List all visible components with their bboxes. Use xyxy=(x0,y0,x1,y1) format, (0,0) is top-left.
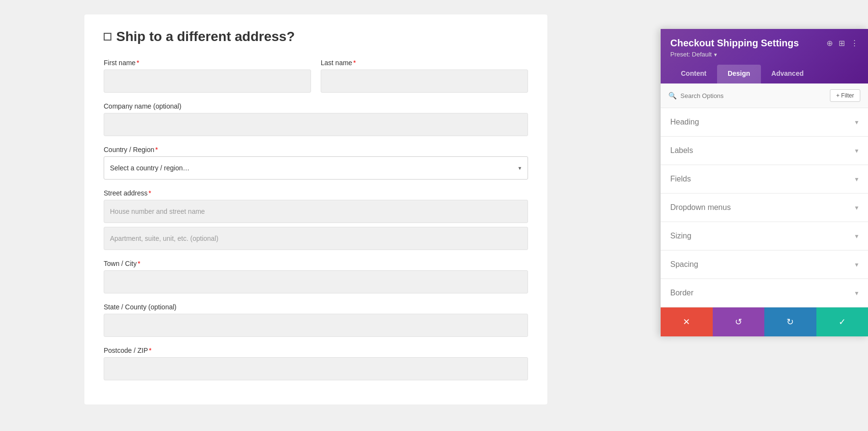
accordion-fields-label: Fields xyxy=(670,175,691,183)
required-star: * xyxy=(137,260,140,267)
accordion-labels-label: Labels xyxy=(670,146,693,155)
panel-icons: ⊕ ⊞ ⋮ xyxy=(827,39,858,48)
country-region-select[interactable]: Select a country / region… xyxy=(104,156,528,180)
last-name-label: Last name* xyxy=(321,59,528,67)
first-name-group: First name* xyxy=(104,59,311,93)
first-name-label: First name* xyxy=(104,59,311,67)
chevron-down-icon: ▾ xyxy=(855,147,858,154)
town-city-label: Town / City* xyxy=(104,260,528,267)
accordion-labels-header[interactable]: Labels ▾ xyxy=(661,137,868,165)
layout-icon[interactable]: ⊞ xyxy=(839,39,845,48)
accordion-sizing-header[interactable]: Sizing ▾ xyxy=(661,222,868,250)
save-button[interactable]: ✓ xyxy=(816,307,868,336)
last-name-input[interactable] xyxy=(321,70,528,93)
filter-button[interactable]: + Filter xyxy=(830,89,860,102)
target-icon[interactable]: ⊕ xyxy=(827,39,833,48)
street-address-row: Street address* xyxy=(104,189,528,250)
tab-design[interactable]: Design xyxy=(717,65,761,83)
state-county-group: State / County (optional) xyxy=(104,303,528,337)
tab-advanced[interactable]: Advanced xyxy=(761,65,814,83)
accordion-fields-header[interactable]: Fields ▾ xyxy=(661,165,868,193)
undo-button[interactable]: ↺ xyxy=(713,307,765,336)
chevron-down-icon: ▾ xyxy=(855,289,858,297)
accordion-sizing: Sizing ▾ xyxy=(661,222,868,250)
redo-button[interactable]: ↻ xyxy=(764,307,816,336)
accordion-sizing-label: Sizing xyxy=(670,232,692,240)
company-row: Company name (optional) xyxy=(104,102,528,136)
street-address-input-1[interactable] xyxy=(104,200,528,223)
accordion-labels: Labels ▾ xyxy=(661,137,868,165)
panel-preset[interactable]: Preset: Default xyxy=(670,51,858,58)
accordion-dropdown-menus-label: Dropdown menus xyxy=(670,203,731,212)
ship-title: Ship to a different address? xyxy=(116,29,295,44)
required-star: * xyxy=(353,59,355,67)
postcode-group: Postcode / ZIP* xyxy=(104,347,528,380)
company-name-input[interactable] xyxy=(104,113,528,136)
country-select-wrapper: Select a country / region… xyxy=(104,156,528,180)
accordion-dropdown-menus: Dropdown menus ▾ xyxy=(661,194,868,222)
form-card: Ship to a different address? First name*… xyxy=(84,14,547,404)
panel-search-row: 🔍 + Filter xyxy=(661,83,868,108)
panel-actions: ✕ ↺ ↻ ✓ xyxy=(661,307,868,336)
chevron-down-icon: ▾ xyxy=(855,118,858,126)
required-star: * xyxy=(155,146,158,153)
postcode-label: Postcode / ZIP* xyxy=(104,347,528,354)
town-city-row: Town / City* xyxy=(104,260,528,293)
postcode-input[interactable] xyxy=(104,357,528,380)
company-name-group: Company name (optional) xyxy=(104,102,528,136)
accordion-heading: Heading ▾ xyxy=(661,108,868,137)
name-row: First name* Last name* xyxy=(104,59,528,93)
last-name-group: Last name* xyxy=(321,59,528,93)
panel-title: Checkout Shipping Settings xyxy=(670,38,799,49)
accordion-border-header[interactable]: Border ▾ xyxy=(661,279,868,307)
accordion-border-label: Border xyxy=(670,289,693,297)
ship-heading: Ship to a different address? xyxy=(104,29,528,44)
cancel-button[interactable]: ✕ xyxy=(661,307,713,336)
required-star: * xyxy=(149,189,151,197)
more-icon[interactable]: ⋮ xyxy=(851,39,858,48)
required-star: * xyxy=(136,59,139,67)
panel-title-row: Checkout Shipping Settings ⊕ ⊞ ⋮ xyxy=(670,38,858,49)
chevron-down-icon: ▾ xyxy=(855,232,858,240)
street-address-group: Street address* xyxy=(104,189,528,250)
accordion-fields: Fields ▾ xyxy=(661,165,868,194)
tab-content[interactable]: Content xyxy=(670,65,717,83)
accordion-dropdown-menus-header[interactable]: Dropdown menus ▾ xyxy=(661,194,868,222)
required-star: * xyxy=(149,347,151,354)
company-name-label: Company name (optional) xyxy=(104,102,528,110)
country-row: Country / Region* Select a country / reg… xyxy=(104,146,528,180)
search-icon: 🔍 xyxy=(668,92,677,99)
accordion-border: Border ▾ xyxy=(661,279,868,307)
panel-tabs: Content Design Advanced xyxy=(670,65,858,83)
chevron-down-icon: ▾ xyxy=(855,175,858,183)
state-county-input[interactable] xyxy=(104,314,528,337)
settings-panel: Checkout Shipping Settings ⊕ ⊞ ⋮ Preset:… xyxy=(661,29,868,336)
ship-checkbox[interactable] xyxy=(104,33,111,41)
accordion-heading-header[interactable]: Heading ▾ xyxy=(661,108,868,136)
street-address-label: Street address* xyxy=(104,189,528,197)
country-region-group: Country / Region* Select a country / reg… xyxy=(104,146,528,180)
panel-header: Checkout Shipping Settings ⊕ ⊞ ⋮ Preset:… xyxy=(661,29,868,83)
chevron-down-icon: ▾ xyxy=(855,204,858,211)
chevron-down-icon: ▾ xyxy=(855,261,858,268)
accordion-spacing-label: Spacing xyxy=(670,260,698,269)
panel-body: Heading ▾ Labels ▾ Fields ▾ Dropdown men… xyxy=(661,108,868,307)
search-input[interactable] xyxy=(680,92,826,99)
accordion-spacing-header[interactable]: Spacing ▾ xyxy=(661,250,868,278)
postcode-row: Postcode / ZIP* xyxy=(104,347,528,380)
street-address-input-2[interactable] xyxy=(104,227,528,250)
town-city-group: Town / City* xyxy=(104,260,528,293)
country-region-label: Country / Region* xyxy=(104,146,528,153)
town-city-input[interactable] xyxy=(104,270,528,293)
accordion-spacing: Spacing ▾ xyxy=(661,250,868,279)
state-county-row: State / County (optional) xyxy=(104,303,528,337)
accordion-heading-label: Heading xyxy=(670,118,699,126)
first-name-input[interactable] xyxy=(104,70,311,93)
state-county-label: State / County (optional) xyxy=(104,303,528,311)
